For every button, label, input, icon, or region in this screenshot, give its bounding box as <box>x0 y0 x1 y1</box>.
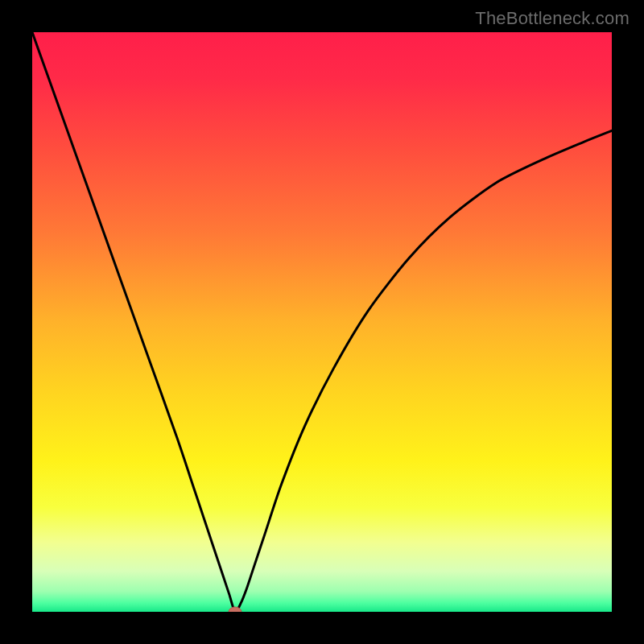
watermark-text: TheBottleneck.com <box>475 8 630 29</box>
chart-frame: TheBottleneck.com <box>0 0 644 644</box>
gradient-background <box>32 32 612 612</box>
chart-svg <box>32 32 612 612</box>
plot-area <box>32 32 612 612</box>
